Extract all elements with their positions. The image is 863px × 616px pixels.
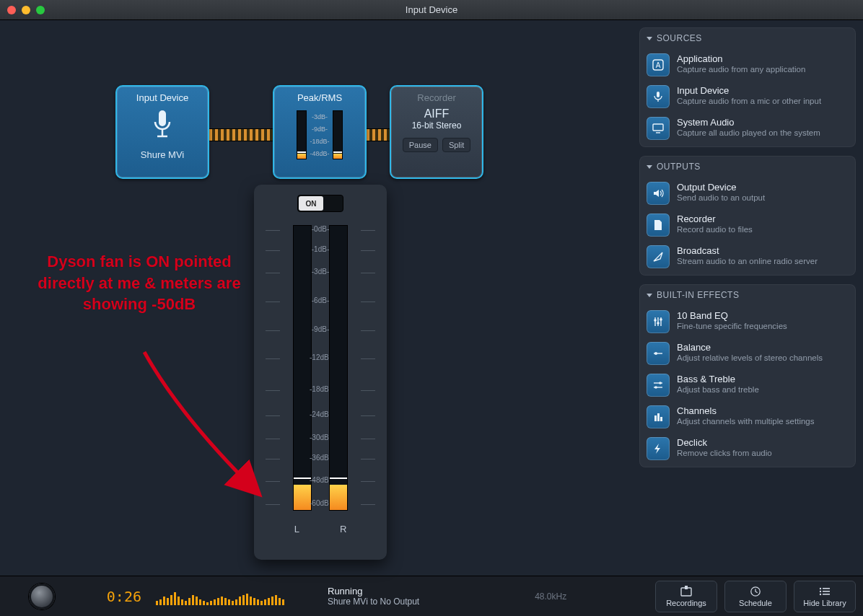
item-desc: Capture audio from any application [677,64,805,75]
library-item[interactable]: ChannelsAdjust channels with multiple se… [639,401,856,433]
app-icon: A [647,53,670,76]
tick-label: -18dB- [310,138,329,145]
svg-rect-32 [823,594,830,595]
button-label: Recordings [666,599,706,607]
svg-rect-5 [657,92,660,97]
annotation-arrow [123,330,274,511]
device-name: Shure MVi [121,149,203,160]
svg-rect-7 [653,124,663,131]
panel-title: BUILT-IN EFFECTS [657,290,739,300]
svg-rect-30 [823,591,830,592]
library-item[interactable]: 10 Band EQFine-tune specific frequencies [639,306,856,338]
button-label: Hide Library [803,599,846,607]
level-strip [156,588,284,605]
library-item[interactable]: DeclickRemove clicks from audio [639,433,856,465]
node-title: Recorder [395,92,478,103]
tick-label: -60dB- [271,499,369,507]
library-item[interactable]: AApplicationCapture audio from any appli… [639,49,856,81]
tick-label: -6dB- [271,296,369,304]
tick-label: -48dB- [271,476,369,484]
panel-header[interactable]: SOURCES [639,27,856,49]
tick-label: -24dB- [271,410,369,418]
record-button[interactable] [29,584,55,610]
timer-display: 0:26 [84,588,141,605]
microphone-icon [148,109,177,144]
panel-title: OUTPUTS [657,162,701,172]
channel-left-label: L [294,524,299,534]
recorder-node[interactable]: Recorder AIFF 16-bit Stereo Pause Split [390,85,483,179]
item-title: 10 Band EQ [677,310,787,321]
ch-icon [647,405,670,428]
panel-title: SOURCES [657,33,702,43]
node-title: Peak/RMS [279,92,361,103]
tick-label: -3dB- [310,113,329,120]
library-item[interactable]: BalanceAdjust relative levels of stereo … [639,338,856,369]
tick-label: -30dB- [271,434,369,441]
recordings-icon [680,586,693,597]
library-item[interactable]: Bass & TrebleAdjust bass and treble [639,369,856,401]
item-desc: Stream audio to an online radio server [677,256,818,267]
item-title: Bass & Treble [677,374,759,384]
sample-rate: 48.0kHz [535,591,566,602]
clock-icon [749,586,762,597]
schedule-button[interactable]: Schedule [724,581,787,612]
transport-bar: 0:26 Running Shure MVi to No Output 48.0… [0,576,863,616]
hide-library-button[interactable]: Hide Library [794,581,856,612]
panel-header[interactable]: OUTPUTS [639,156,856,177]
mic-icon [647,85,670,108]
close-window[interactable] [7,6,16,14]
item-title: Channels [677,405,815,416]
meter-toggle[interactable]: ON [297,195,343,212]
chevron-down-icon [647,165,652,169]
recordings-button[interactable]: Recordings [655,581,717,612]
zoom-window[interactable] [36,6,45,14]
status-text: Running Shure MVi to No Output [328,586,419,607]
sources-panel: SOURCES AApplicationCapture audio from a… [639,27,856,147]
meter-right [329,225,348,511]
eq-icon [647,310,670,333]
item-title: Recorder [677,214,753,224]
svg-point-31 [820,593,821,594]
svg-rect-25 [685,586,688,589]
bcast-icon [647,245,670,268]
minimize-window[interactable] [22,6,30,14]
svg-point-12 [657,322,660,325]
library-item[interactable]: RecorderRecord audio to files [639,209,856,241]
svg-point-16 [654,352,657,355]
item-title: Broadcast [677,245,818,256]
item-desc: Adjust relative levels of stereo channel… [677,353,823,364]
item-desc: Record audio to files [677,224,753,235]
library-item[interactable]: Output DeviceSend audio to an output [639,177,856,209]
item-title: Input Device [677,85,821,96]
svg-point-10 [654,319,657,322]
node-title: Input Device [121,92,203,103]
item-desc: Remove clicks from audio [677,448,772,459]
pause-button[interactable]: Pause [403,138,438,152]
library-item[interactable]: System AudioCapture all audio played on … [639,113,856,144]
window-title: Input Device [0,4,863,15]
pipeline-canvas[interactable]: Input Device Shure MVi Peak/RMS -3dB- -9… [0,20,639,576]
svg-point-18 [659,382,662,384]
status-line-2: Shure MVi to No Output [328,597,419,607]
library-sidebar: SOURCES AApplicationCapture audio from a… [639,20,863,576]
tick-label: -3dB- [271,268,369,276]
mon-icon [647,117,670,140]
peak-rms-node[interactable]: Peak/RMS -3dB- -9dB- -18dB- -48dB- [273,85,367,179]
meter-left [293,225,312,511]
svg-rect-0 [159,110,166,126]
bolt-icon [647,437,670,460]
panel-header[interactable]: BUILT-IN EFFECTS [639,284,856,306]
window-controls [7,6,45,14]
effects-panel: BUILT-IN EFFECTS 10 Band EQFine-tune spe… [639,284,856,467]
bt-icon [647,374,670,397]
spk-icon [647,182,670,205]
library-item[interactable]: BroadcastStream audio to an online radio… [639,241,856,273]
svg-rect-28 [823,588,830,589]
list-icon [818,586,831,597]
tick-label: -1dB- [271,245,369,253]
recorder-detail: 16-bit Stereo [395,120,478,131]
library-item[interactable]: Input DeviceCapture audio from a mic or … [639,81,856,113]
split-button[interactable]: Split [442,138,470,152]
button-label: Schedule [739,599,772,607]
input-device-node[interactable]: Input Device Shure MVi [115,85,209,179]
